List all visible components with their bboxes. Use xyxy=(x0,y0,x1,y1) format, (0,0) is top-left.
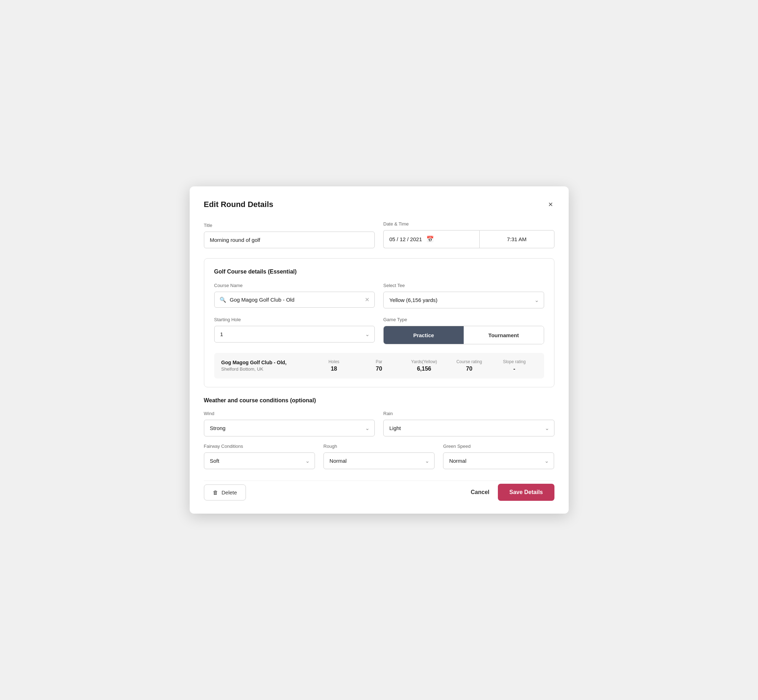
yards-stat: Yards(Yellow) 6,156 xyxy=(401,359,446,372)
weather-section: Weather and course conditions (optional)… xyxy=(204,397,554,469)
slope-rating-label: Slope rating xyxy=(503,359,526,364)
course-rating-stat: Course rating 70 xyxy=(446,359,492,372)
select-tee-dropdown[interactable]: Yellow (6,156 yards) White Red Blue xyxy=(383,292,544,308)
yards-label: Yards(Yellow) xyxy=(411,359,437,364)
modal-title: Edit Round Details xyxy=(204,200,274,209)
close-button[interactable]: × xyxy=(547,199,554,210)
starting-hole-group: Starting Hole 1234 5678 910 ⌄ xyxy=(214,317,375,344)
game-type-label: Game Type xyxy=(383,317,544,322)
select-tee-label: Select Tee xyxy=(383,283,544,288)
green-speed-group: Green Speed SlowNormal FastVery Fast ⌄ xyxy=(443,444,554,469)
par-label: Par xyxy=(376,359,382,364)
title-input[interactable] xyxy=(204,231,375,248)
fairway-label: Fairway Conditions xyxy=(204,444,315,449)
course-location: Shelford Bottom, UK xyxy=(221,366,312,372)
modal-footer: 🗑 Delete Cancel Save Details xyxy=(204,481,554,501)
course-rating-value: 70 xyxy=(466,366,473,372)
holes-label: Holes xyxy=(329,359,340,364)
rain-group: Rain NoneLight ModerateHeavy ⌄ xyxy=(383,411,554,436)
course-name-search-wrap[interactable]: 🔍 ✕ xyxy=(214,292,375,308)
search-icon: 🔍 xyxy=(219,297,226,303)
golf-course-section: Golf Course details (Essential) Course N… xyxy=(204,258,554,388)
course-name-display: Gog Magog Golf Club - Old, xyxy=(221,359,312,365)
edit-round-modal: Edit Round Details × Title Date & Time 0… xyxy=(190,186,568,514)
wind-group: Wind NoneLightModerate StrongVery Strong… xyxy=(204,411,375,436)
time-value: 7:31 AM xyxy=(507,236,527,242)
fairway-group: Fairway Conditions SoftNormalHard ⌄ xyxy=(204,444,315,469)
green-speed-label: Green Speed xyxy=(443,444,554,449)
time-box[interactable]: 7:31 AM xyxy=(479,230,554,248)
weather-bottom-row: Fairway Conditions SoftNormalHard ⌄ Roug… xyxy=(204,444,554,469)
datetime-field-group: Date & Time 05 / 12 / 2021 📅 7:31 AM xyxy=(383,221,554,248)
starting-hole-label: Starting Hole xyxy=(214,317,375,322)
date-box[interactable]: 05 / 12 / 2021 📅 xyxy=(383,230,479,248)
course-name-group: Course Name 🔍 ✕ xyxy=(214,283,375,308)
title-label: Title xyxy=(204,223,375,228)
datetime-label: Date & Time xyxy=(383,221,554,227)
starting-hole-wrap: 1234 5678 910 ⌄ xyxy=(214,326,375,342)
par-stat: Par 70 xyxy=(357,359,402,372)
select-tee-wrap: Yellow (6,156 yards) White Red Blue ⌄ xyxy=(383,292,544,308)
wind-label: Wind xyxy=(204,411,375,416)
wind-select-wrap: NoneLightModerate StrongVery Strong ⌄ xyxy=(204,420,375,436)
datetime-row: 05 / 12 / 2021 📅 7:31 AM xyxy=(383,230,554,248)
yards-value: 6,156 xyxy=(417,366,431,372)
clear-icon[interactable]: ✕ xyxy=(365,296,370,303)
rough-group: Rough SoftNormalHard ⌄ xyxy=(324,444,434,469)
tournament-button[interactable]: Tournament xyxy=(464,326,544,344)
holes-value: 18 xyxy=(330,366,337,372)
hole-gametype-row: Starting Hole 1234 5678 910 ⌄ Game Type … xyxy=(214,317,544,344)
slope-rating-value: - xyxy=(513,366,515,372)
green-speed-select-wrap: SlowNormal FastVery Fast ⌄ xyxy=(443,452,554,469)
starting-hole-dropdown[interactable]: 1234 5678 910 xyxy=(214,326,375,342)
golf-course-title: Golf Course details (Essential) xyxy=(214,269,544,275)
fairway-dropdown[interactable]: SoftNormalHard xyxy=(204,452,315,469)
course-info-row: Gog Magog Golf Club - Old, Shelford Bott… xyxy=(214,353,544,378)
modal-header: Edit Round Details × xyxy=(204,199,554,210)
game-type-toggle: Practice Tournament xyxy=(383,326,544,344)
green-speed-dropdown[interactable]: SlowNormal FastVery Fast xyxy=(443,452,554,469)
course-name-input[interactable] xyxy=(230,297,362,303)
date-value: 05 / 12 / 2021 xyxy=(389,236,422,242)
wind-dropdown[interactable]: NoneLightModerate StrongVery Strong xyxy=(204,420,375,436)
weather-top-row: Wind NoneLightModerate StrongVery Strong… xyxy=(204,411,554,436)
select-tee-group: Select Tee Yellow (6,156 yards) White Re… xyxy=(383,283,544,308)
fairway-select-wrap: SoftNormalHard ⌄ xyxy=(204,452,315,469)
course-rating-label: Course rating xyxy=(456,359,482,364)
holes-stat: Holes 18 xyxy=(312,359,357,372)
rain-dropdown[interactable]: NoneLight ModerateHeavy xyxy=(383,420,554,436)
cancel-button[interactable]: Cancel xyxy=(471,489,489,495)
footer-right: Cancel Save Details xyxy=(471,484,554,501)
rough-dropdown[interactable]: SoftNormalHard xyxy=(324,452,434,469)
title-field-group: Title xyxy=(204,223,375,248)
course-info-name: Gog Magog Golf Club - Old, Shelford Bott… xyxy=(221,359,312,372)
delete-label: Delete xyxy=(222,489,237,495)
weather-title: Weather and course conditions (optional) xyxy=(204,397,554,404)
course-name-tee-row: Course Name 🔍 ✕ Select Tee Yellow (6,156… xyxy=(214,283,544,308)
par-value: 70 xyxy=(376,366,382,372)
rain-label: Rain xyxy=(383,411,554,416)
trash-icon: 🗑 xyxy=(213,489,218,495)
calendar-icon: 📅 xyxy=(426,236,434,243)
top-row: Title Date & Time 05 / 12 / 2021 📅 7:31 … xyxy=(204,221,554,248)
course-name-label: Course Name xyxy=(214,283,375,288)
practice-button[interactable]: Practice xyxy=(384,326,464,344)
rough-select-wrap: SoftNormalHard ⌄ xyxy=(324,452,434,469)
save-button[interactable]: Save Details xyxy=(498,484,554,501)
delete-button[interactable]: 🗑 Delete xyxy=(204,484,246,500)
rain-select-wrap: NoneLight ModerateHeavy ⌄ xyxy=(383,420,554,436)
game-type-group: Game Type Practice Tournament xyxy=(383,317,544,344)
rough-label: Rough xyxy=(324,444,434,449)
slope-rating-stat: Slope rating - xyxy=(492,359,537,372)
